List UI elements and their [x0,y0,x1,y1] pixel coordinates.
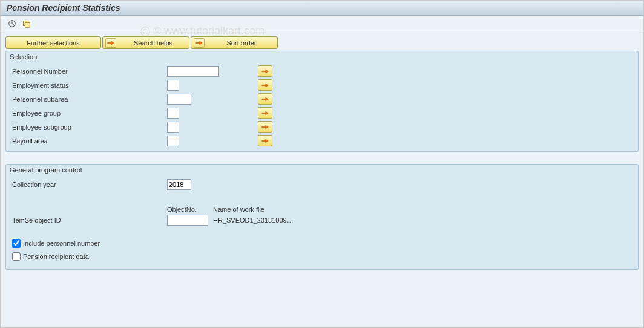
selection-row: Personnel Number [6,64,638,78]
multiple-selection-button[interactable] [258,93,272,105]
arrow-right-icon [261,82,269,88]
multiple-selection-button[interactable] [258,135,272,146]
arrow-right-icon [105,38,116,48]
field-label: Employee group [12,110,167,117]
selection-input[interactable] [167,122,179,133]
include-personnel-checkbox[interactable] [12,239,21,248]
execute-button[interactable] [5,18,19,30]
clock-icon [8,19,16,28]
selection-row: Payroll area [6,134,638,148]
page-title: Pension Recipient Statistics [7,3,637,13]
arrow-right-icon [261,68,269,74]
app-toolbar [1,16,643,31]
further-selections-button[interactable]: Further selections [5,36,101,49]
field-label: Payroll area [12,137,167,145]
temse-object-input[interactable] [167,215,208,226]
arrow-right-icon [194,38,205,48]
selection-row: Employee subgroup [6,120,638,134]
collection-year-input[interactable] [167,179,191,190]
stack-icon [22,19,31,28]
selection-group: Selection Personnel NumberEmployment sta… [5,51,639,152]
workfile-header: Name of work file [213,206,264,213]
selection-row: Employment status [6,78,638,92]
content-area: Further selections Search helps Sort ord… [1,31,643,328]
arrow-right-icon [261,138,269,144]
arrow-right-icon [261,110,269,116]
multiple-selection-button[interactable] [258,79,272,91]
search-helps-label: Search helps [134,39,172,47]
field-label: Personnel subarea [12,96,167,103]
workfile-name: HR_SVEOD1_20181009… [213,217,294,224]
object-no-header: ObjectNo. [167,206,213,213]
sort-order-button[interactable]: Sort order [191,36,278,49]
general-group-title: General program control [6,165,638,177]
pension-recipient-label: Pension recipient data [23,253,89,260]
field-label: Employee subgroup [12,123,167,131]
selection-group-title: Selection [6,51,638,64]
arrow-right-icon [261,96,269,102]
field-label: Personnel Number [12,68,167,75]
multiple-selection-button[interactable] [258,121,272,133]
selection-row: Personnel subarea [6,92,638,106]
selection-input[interactable] [167,94,191,105]
selection-row: Employee group [6,106,638,120]
selection-input[interactable] [167,80,179,91]
object-header-row: ObjectNo. Name of work file [6,201,638,213]
field-label: Employment status [12,82,167,89]
selection-input[interactable] [167,66,219,77]
title-bar: Pension Recipient Statistics [1,1,643,16]
multiple-selection-button[interactable] [258,107,272,119]
temse-label: TemSe object ID [12,217,167,224]
collection-year-label: Collection year [12,181,167,188]
sort-order-label: Sort order [227,39,257,47]
selection-input[interactable] [167,108,179,119]
multiple-selection-button[interactable] [258,65,272,77]
arrow-right-icon [261,124,269,130]
further-selections-label: Further selections [27,39,79,47]
general-group: General program control Collection year … [5,164,639,270]
search-helps-button[interactable]: Search helps [102,36,189,49]
selection-input[interactable] [167,136,179,146]
selection-button-row: Further selections Search helps Sort ord… [5,36,639,49]
variant-button[interactable] [20,18,33,30]
include-personnel-label: Include personnel number [23,240,100,247]
pension-recipient-checkbox[interactable] [12,252,21,261]
